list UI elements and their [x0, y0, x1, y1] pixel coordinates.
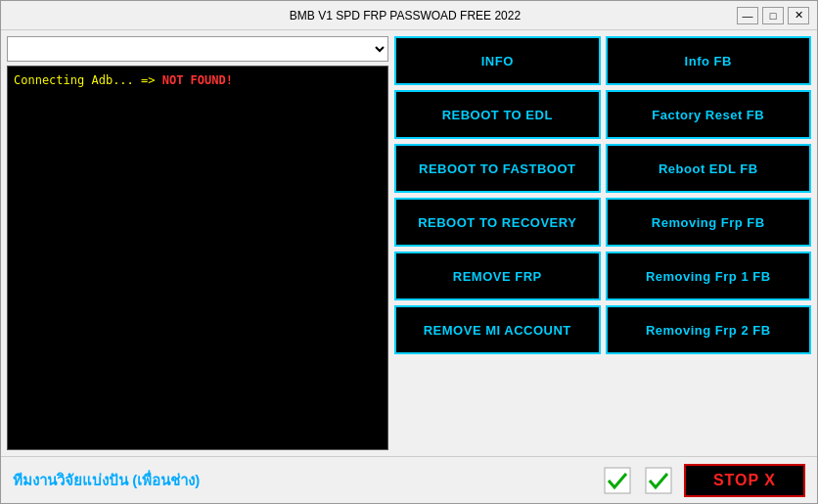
window-controls: — □ ✕	[737, 7, 809, 24]
reboot-edl-button[interactable]: REBOOT TO EDL	[394, 90, 601, 139]
factory-reset-fb-button[interactable]: Factory Reset FB	[606, 90, 812, 139]
reboot-recovery-button[interactable]: REBOOT TO RECOVERY	[394, 198, 601, 247]
svg-rect-0	[605, 468, 630, 493]
remove-frp-button[interactable]: REMOVE FRP	[394, 252, 601, 300]
console-output: Connecting Adb... => NOT FOUND!	[7, 66, 388, 450]
svg-rect-1	[646, 468, 671, 493]
content-area: Connecting Adb... => NOT FOUND! INFO Inf…	[1, 30, 817, 456]
device-select[interactable]	[7, 36, 388, 62]
team-label: ทีมงานวิจัยแบ่งปัน (เพื่อนช่าง)	[13, 469, 592, 492]
removing-frp-fb-button[interactable]: Removing Frp FB	[606, 198, 812, 247]
button-row-2: REBOOT TO EDL Factory Reset FB	[394, 90, 811, 139]
remove-mi-account-button[interactable]: REMOVE MI ACCOUNT	[394, 305, 601, 354]
stop-button[interactable]: STOP X	[684, 464, 805, 497]
check-icon-1	[602, 465, 633, 496]
button-row-1: INFO Info FB	[394, 36, 811, 85]
button-row-6: REMOVE MI ACCOUNT Removing Frp 2 FB	[394, 305, 811, 354]
info-fb-button[interactable]: Info FB	[606, 36, 812, 85]
button-row-4: REBOOT TO RECOVERY Removing Frp FB	[394, 198, 811, 247]
maximize-button[interactable]: □	[762, 7, 784, 24]
console-line-1: Connecting Adb... => NOT FOUND!	[14, 72, 382, 89]
window-title: BMB V1 SPD FRP PASSWOAD FREE 2022	[73, 9, 737, 23]
removing-frp1-fb-button[interactable]: Removing Frp 1 FB	[606, 252, 812, 300]
removing-frp2-fb-button[interactable]: Removing Frp 2 FB	[606, 305, 812, 354]
reboot-fastboot-button[interactable]: REBOOT TO FASTBOOT	[394, 144, 601, 193]
left-panel: Connecting Adb... => NOT FOUND!	[7, 36, 388, 450]
bottom-bar: ทีมงานวิจัยแบ่งปัน (เพื่อนช่าง) STOP X	[1, 456, 817, 503]
main-window: BMB V1 SPD FRP PASSWOAD FREE 2022 — □ ✕ …	[0, 0, 818, 504]
button-row-5: REMOVE FRP Removing Frp 1 FB	[394, 252, 811, 300]
info-button[interactable]: INFO	[394, 36, 601, 85]
main-row: Connecting Adb... => NOT FOUND! INFO Inf…	[7, 36, 811, 450]
close-button[interactable]: ✕	[788, 7, 809, 24]
minimize-button[interactable]: —	[737, 7, 758, 24]
right-panel: INFO Info FB REBOOT TO EDL Factory Reset…	[394, 36, 811, 450]
button-row-3: REBOOT TO FASTBOOT Reboot EDL FB	[394, 144, 811, 193]
dropdown-area	[7, 36, 388, 62]
console-text-yellow: Connecting Adb... =>	[14, 73, 162, 87]
check-icon-2	[643, 465, 674, 496]
console-text-red: NOT FOUND!	[162, 73, 233, 87]
reboot-edl-fb-button[interactable]: Reboot EDL FB	[606, 144, 812, 193]
title-bar: BMB V1 SPD FRP PASSWOAD FREE 2022 — □ ✕	[1, 1, 817, 30]
